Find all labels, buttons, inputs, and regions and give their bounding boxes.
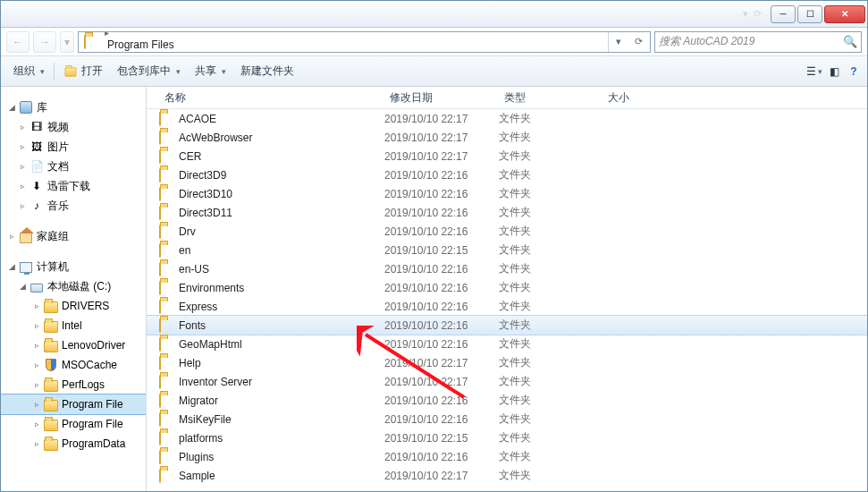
breadcrumb-item[interactable]: Program Files — [102, 38, 184, 51]
folder-icon — [44, 417, 58, 431]
file-row[interactable]: Express 2019/10/10 22:16 文件夹 — [147, 297, 867, 316]
file-row[interactable]: AcWebBrowser 2019/10/10 22:17 文件夹 — [147, 128, 867, 147]
help-icon[interactable]: ? — [846, 64, 862, 80]
close-button[interactable]: ✕ — [824, 5, 865, 23]
search-input[interactable]: 搜索 AutoCAD 2019 🔍 — [654, 31, 862, 53]
col-name[interactable]: 名称 — [159, 90, 384, 106]
maximize-button[interactable]: ☐ — [797, 5, 822, 23]
file-name: GeoMapHtml — [179, 338, 242, 351]
file-date: 2019/10/10 22:17 — [384, 357, 499, 369]
forward-button[interactable]: → — [33, 31, 56, 53]
file-date: 2019/10/10 22:16 — [384, 394, 499, 407]
file-date: 2019/10/10 22:16 — [384, 263, 499, 276]
file-type: 文件夹 — [499, 148, 603, 164]
file-date: 2019/10/10 22:16 — [384, 319, 499, 332]
col-size[interactable]: 大小 — [603, 90, 674, 106]
tree-library-item[interactable]: ▹📄文档 — [1, 157, 146, 176]
new-folder-button[interactable]: 新建文件夹 — [233, 60, 301, 82]
tree-folder-item[interactable]: ▹DRIVERS — [1, 296, 146, 316]
file-name: CER — [179, 150, 201, 163]
file-date: 2019/10/10 22:17 — [384, 131, 499, 144]
refresh-button[interactable]: ⟳ — [628, 32, 648, 52]
tree-folder-item[interactable]: ▹Program File — [1, 414, 146, 434]
file-row[interactable]: en-US 2019/10/10 22:16 文件夹 — [147, 259, 867, 278]
file-name: Inventor Server — [179, 376, 252, 388]
libraries-icon — [19, 100, 33, 115]
file-name: Fonts — [179, 319, 206, 332]
file-name: Migrator — [179, 394, 218, 407]
file-row[interactable]: Sample 2019/10/10 22:17 文件夹 — [147, 466, 867, 485]
tree-folder-item[interactable]: ▹MSOCache — [1, 355, 146, 375]
file-date: 2019/10/10 22:16 — [384, 451, 499, 463]
file-row[interactable]: Inventor Server 2019/10/10 22:17 文件夹 — [147, 372, 867, 391]
file-type: 文件夹 — [499, 205, 603, 220]
file-row[interactable]: Plugins 2019/10/10 22:16 文件夹 — [147, 447, 867, 466]
file-row[interactable]: GeoMapHtml 2019/10/10 22:16 文件夹 — [147, 335, 867, 353]
tree-folder-item[interactable]: ▹Program File — [1, 394, 146, 414]
folder-icon — [159, 300, 173, 314]
folder-icon — [159, 112, 173, 126]
tree-library-item[interactable]: ▹⬇迅雷下载 — [1, 176, 146, 196]
minimize-button[interactable]: ─ — [771, 5, 796, 23]
nav-tree[interactable]: ◢库 ▹🎞视频 ▹🖼图片 ▹📄文档 ▹⬇迅雷下载 ▹♪音乐 ▹家庭组 ◢计算机 … — [1, 87, 147, 491]
tree-folder-item[interactable]: ▹PerfLogs — [1, 375, 146, 394]
file-row[interactable]: Direct3D9 2019/10/10 22:16 文件夹 — [147, 165, 867, 184]
file-name: platforms — [179, 432, 223, 445]
column-headers[interactable]: 名称 修改日期 类型 大小 — [147, 87, 867, 109]
address-dropdown[interactable]: ▾ — [609, 32, 628, 52]
folder-icon — [159, 131, 173, 145]
tree-library-item[interactable]: ▹🖼图片 — [1, 137, 146, 157]
file-name: Direct3D9 — [179, 169, 226, 182]
preview-pane-icon[interactable]: ◧ — [826, 64, 842, 80]
folder-icon — [44, 358, 58, 372]
share-menu[interactable]: 共享▾ — [188, 60, 233, 82]
tree-drive-c[interactable]: ◢本地磁盘 (C:) — [1, 276, 146, 296]
title-bar[interactable]: ▾ ⟳ ─ ☐ ✕ — [1, 1, 867, 28]
tree-computer[interactable]: ◢计算机 — [1, 257, 146, 276]
file-row[interactable]: Fonts 2019/10/10 22:16 文件夹 — [147, 316, 867, 335]
file-date: 2019/10/10 22:16 — [384, 207, 499, 219]
organize-menu[interactable]: 组织▾ — [6, 60, 52, 82]
file-row[interactable]: CER 2019/10/10 22:17 文件夹 — [147, 147, 867, 165]
open-button[interactable]: 打开 — [56, 60, 110, 82]
file-row[interactable]: Drv 2019/10/10 22:16 文件夹 — [147, 222, 867, 241]
file-type: 文件夹 — [499, 186, 603, 201]
file-row[interactable]: en 2019/10/10 22:15 文件夹 — [147, 241, 867, 259]
drive-icon — [29, 279, 44, 293]
file-row[interactable]: MsiKeyFile 2019/10/10 22:16 文件夹 — [147, 410, 867, 428]
search-icon[interactable]: 🔍 — [843, 35, 857, 48]
history-dropdown[interactable]: ▾ — [60, 31, 74, 53]
search-placeholder: 搜索 AutoCAD 2019 — [659, 34, 754, 49]
file-row[interactable]: platforms 2019/10/10 22:15 文件夹 — [147, 428, 867, 447]
address-bar[interactable]: ▸计算机▸本地磁盘 (C:)▸Program Files▸Autodesk▸Au… — [78, 31, 651, 53]
file-row[interactable]: ACAOE 2019/10/10 22:17 文件夹 — [147, 109, 867, 128]
tree-folder-item[interactable]: ▹ProgramData — [1, 434, 146, 454]
folder-icon — [159, 375, 173, 389]
tree-folder-item[interactable]: ▹Intel — [1, 316, 146, 335]
tree-folder-item[interactable]: ▹LenovoDriver — [1, 335, 146, 355]
col-type[interactable]: 类型 — [499, 90, 603, 106]
file-row[interactable]: Migrator 2019/10/10 22:16 文件夹 — [147, 391, 867, 410]
file-row[interactable]: Direct3D10 2019/10/10 22:16 文件夹 — [147, 184, 867, 203]
film-icon: 🎞 — [29, 120, 44, 134]
col-date[interactable]: 修改日期 — [384, 90, 499, 106]
tree-library-item[interactable]: ▹🎞视频 — [1, 117, 146, 137]
include-menu[interactable]: 包含到库中▾ — [110, 60, 188, 82]
back-button[interactable]: ← — [6, 31, 29, 53]
tree-libraries[interactable]: ◢库 — [1, 98, 146, 117]
folder-icon — [159, 431, 173, 445]
file-row[interactable]: Help 2019/10/10 22:17 文件夹 — [147, 353, 867, 372]
folder-icon — [44, 397, 58, 411]
view-options-icon[interactable]: ☰▾ — [806, 64, 822, 80]
file-date: 2019/10/10 22:16 — [384, 188, 499, 200]
explorer-window: ▾ ⟳ ─ ☐ ✕ ← → ▾ ▸计算机▸本地磁盘 (C:)▸Program F… — [0, 0, 868, 492]
file-row[interactable]: Environments 2019/10/10 22:16 文件夹 — [147, 278, 867, 297]
tree-homegroup[interactable]: ▹家庭组 — [1, 226, 146, 246]
file-type: 文件夹 — [499, 393, 603, 408]
file-list[interactable]: ACAOE 2019/10/10 22:17 文件夹 AcWebBrowser … — [147, 109, 867, 491]
folder-icon — [44, 299, 58, 313]
tree-library-item[interactable]: ▹♪音乐 — [1, 196, 146, 216]
file-type: 文件夹 — [499, 355, 603, 370]
file-row[interactable]: Direct3D11 2019/10/10 22:16 文件夹 — [147, 203, 867, 222]
file-name: MsiKeyFile — [179, 413, 232, 426]
